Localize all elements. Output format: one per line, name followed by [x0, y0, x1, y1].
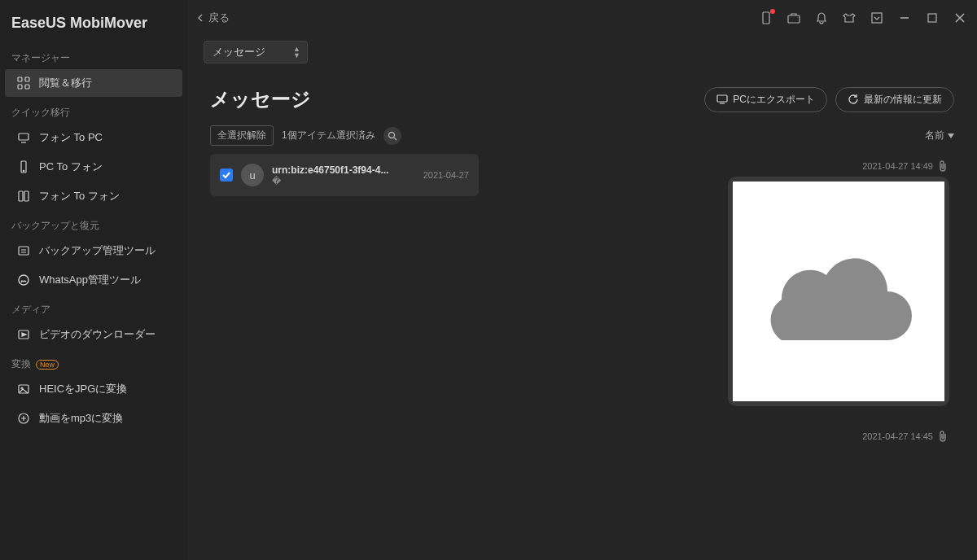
- close-button[interactable]: [953, 11, 967, 25]
- message-bubble[interactable]: [728, 177, 949, 406]
- svg-rect-16: [788, 15, 800, 23]
- topbar: 戻る: [187, 0, 977, 36]
- back-button[interactable]: 戻る: [197, 11, 230, 25]
- refresh-button[interactable]: 最新の情報に更新: [835, 87, 954, 112]
- sidebar-item-browse-transfer[interactable]: 閲覧＆移行: [5, 69, 182, 97]
- sidebar-item-label: ビデオのダウンローダー: [39, 327, 156, 342]
- svg-rect-7: [19, 191, 23, 201]
- sidebar-item-heic-jpg[interactable]: HEICをJPGに変換: [5, 375, 182, 403]
- dropdown-arrows-icon: ▲▼: [293, 46, 300, 59]
- thread-name: urn:biz:e46750f1-3f94-4...: [272, 164, 415, 176]
- sidebar-item-label: 動画をmp3に変換: [39, 411, 123, 426]
- thread-snippet: �: [272, 176, 415, 186]
- whatsapp-icon: [16, 273, 31, 287]
- attachment-image: [733, 182, 944, 401]
- section-backup: バックアップと復元: [0, 211, 187, 236]
- sort-dropdown[interactable]: 名前: [925, 129, 954, 142]
- message-timestamp: 2021-04-27 14:49: [862, 160, 948, 172]
- image-convert-icon: [16, 382, 31, 396]
- svg-rect-4: [19, 133, 28, 140]
- grid-icon: [16, 76, 31, 90]
- device-icon[interactable]: [759, 11, 773, 25]
- svg-point-20: [388, 132, 394, 138]
- svg-rect-9: [19, 247, 28, 255]
- video-dl-icon: [16, 327, 31, 342]
- svg-rect-0: [18, 77, 22, 81]
- deselect-all-button[interactable]: 全選択解除: [210, 125, 274, 146]
- svg-rect-18: [928, 14, 936, 22]
- thread-list: u urn:biz:e46750f1-3f94-4... � 2021-04-2…: [210, 154, 479, 550]
- svg-rect-8: [24, 191, 28, 201]
- svg-point-10: [19, 275, 28, 285]
- attachment-icon: [938, 160, 948, 172]
- svg-rect-2: [18, 85, 22, 89]
- window-controls: [759, 11, 967, 25]
- sidebar-item-label: WhatsApp管理ツール: [39, 273, 141, 287]
- section-manager: マネージャー: [0, 43, 187, 68]
- sidebar-item-pc-to-phone[interactable]: PC To フォン: [5, 153, 182, 181]
- sidebar-item-label: PC To フォン: [39, 160, 103, 174]
- sidebar-item-label: フォン To PC: [39, 130, 103, 145]
- section-convert: 変換 New: [0, 349, 187, 374]
- sidebar-item-video-dl[interactable]: ビデオのダウンローダー: [5, 321, 182, 348]
- attachment-icon: [938, 431, 948, 442]
- app-title: EaseUS MobiMover: [0, 0, 187, 43]
- svg-rect-1: [25, 77, 29, 81]
- message-panel: 2021-04-27 14:49 2021-04-27 14:45: [495, 154, 954, 550]
- notification-dot: [770, 9, 775, 14]
- svg-rect-15: [763, 12, 769, 24]
- selected-count: 1個アイテム選択済み: [282, 129, 375, 142]
- phone-phone-icon: [16, 189, 31, 203]
- sidebar-item-video-mp3[interactable]: 動画をmp3に変換: [5, 405, 182, 432]
- message-timestamp: 2021-04-27 14:45: [862, 431, 948, 442]
- maximize-button[interactable]: [925, 11, 940, 25]
- thread-item[interactable]: u urn:biz:e46750f1-3f94-4... � 2021-04-2…: [210, 154, 479, 196]
- svg-rect-17: [872, 13, 882, 23]
- dropdown-box-icon[interactable]: [870, 11, 884, 25]
- sidebar-item-whatsapp-mgr[interactable]: WhatsApp管理ツール: [5, 266, 182, 294]
- avatar: u: [241, 164, 264, 186]
- pc-phone-icon: [16, 160, 31, 174]
- sidebar-item-label: HEICをJPGに変換: [39, 382, 127, 396]
- shirt-icon[interactable]: [842, 11, 857, 25]
- sidebar-item-label: バックアップ管理ツール: [39, 243, 156, 258]
- sidebar-item-backup-mgr[interactable]: バックアップ管理ツール: [5, 237, 182, 265]
- main-panel: 戻る メッセージ ▲▼ メッセージ PCにエクスポート 最新の情報に更新: [187, 0, 977, 560]
- section-media: メディア: [0, 295, 187, 320]
- thread-date: 2021-04-27: [423, 170, 469, 180]
- sidebar-item-phone-to-pc[interactable]: フォン To PC: [5, 124, 182, 151]
- new-badge: New: [36, 360, 59, 370]
- toolbox-icon[interactable]: [786, 11, 801, 25]
- page-title: メッセージ: [210, 86, 696, 112]
- minimize-button[interactable]: [897, 11, 912, 25]
- sidebar-item-label: 閲覧＆移行: [39, 76, 92, 90]
- bell-icon[interactable]: [814, 11, 829, 25]
- section-quick: クイック移行: [0, 98, 187, 123]
- backup-icon: [16, 243, 31, 258]
- sidebar-item-phone-to-phone[interactable]: フォン To フォン: [5, 182, 182, 210]
- svg-rect-19: [717, 95, 727, 102]
- category-dropdown[interactable]: メッセージ ▲▼: [204, 41, 308, 63]
- export-pc-button[interactable]: PCにエクスポート: [704, 87, 827, 112]
- cloud-icon: [757, 238, 920, 344]
- audio-convert-icon: [16, 411, 31, 426]
- thread-checkbox[interactable]: [220, 168, 233, 182]
- svg-rect-3: [25, 85, 29, 89]
- search-button[interactable]: [383, 127, 401, 145]
- svg-point-6: [23, 170, 24, 171]
- sidebar: EaseUS MobiMover マネージャー 閲覧＆移行 クイック移行 フォン…: [0, 0, 187, 560]
- sidebar-item-label: フォン To フォン: [39, 189, 120, 203]
- phone-pc-icon: [16, 130, 31, 145]
